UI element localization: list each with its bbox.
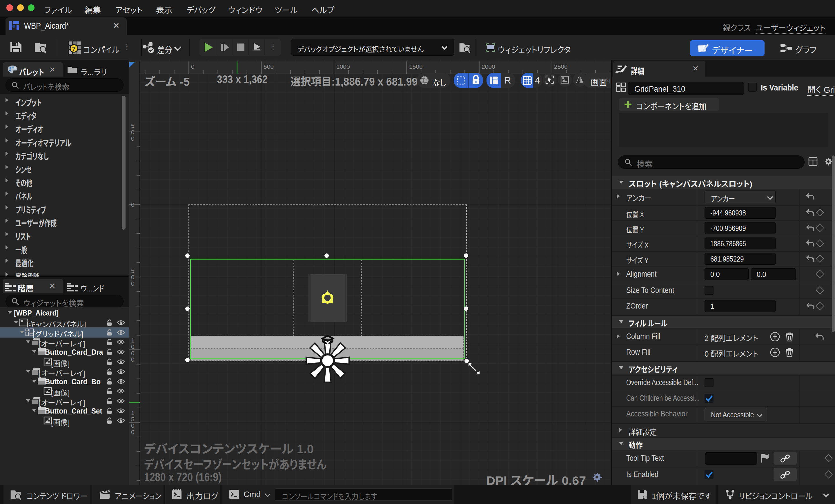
svg-text:?: ? xyxy=(72,45,76,52)
